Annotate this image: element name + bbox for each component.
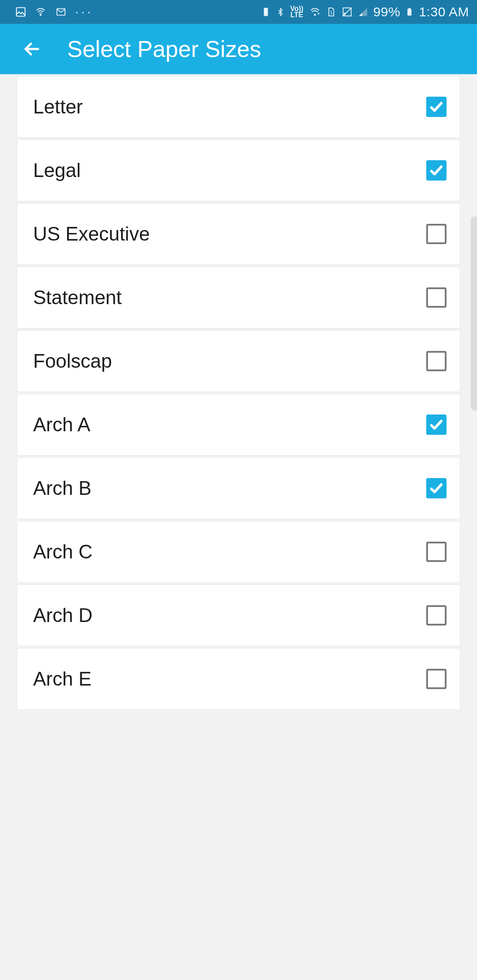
wifi-icon [34,7,47,17]
checkbox[interactable] [426,160,447,181]
checkbox[interactable] [426,605,447,626]
svg-text:1: 1 [330,10,333,15]
check-icon [429,163,444,178]
paper-size-list[interactable]: LetterLegalUS ExecutiveStatementFoolscap… [0,74,477,980]
list-item-label: Legal [33,159,81,181]
list-item[interactable]: Legal [17,139,460,201]
status-right: Vo))LTE 1 99% 1:30 AM [261,4,469,19]
bluetooth-icon [276,6,285,18]
scroll-indicator[interactable] [471,216,477,411]
clock: 1:30 AM [419,4,469,19]
checkbox[interactable] [426,287,447,308]
sim-icon: 1 [326,6,336,18]
list-item[interactable]: Arch B [17,457,460,519]
more-icon: ··· [75,5,93,19]
svg-rect-0 [16,8,25,16]
checkbox[interactable] [426,224,447,244]
list-item[interactable]: Statement [17,267,460,328]
checkbox[interactable] [426,351,447,371]
battery-icon [405,6,413,18]
app-bar: Select Paper Sizes [0,24,477,74]
list-item-label: Arch C [33,541,92,563]
signal-2-icon [358,7,368,17]
list-item[interactable]: US Executive [17,203,460,265]
checkbox[interactable] [426,669,447,689]
svg-rect-6 [344,13,346,15]
list-item-label: Arch B [33,477,91,499]
svg-rect-7 [408,9,412,15]
list-item-label: Arch D [33,604,92,626]
picture-icon [15,6,26,18]
list-item-label: Arch E [33,668,91,690]
list-item[interactable]: Foolscap [17,330,460,392]
list-item[interactable]: Arch A [17,394,460,456]
list-item-label: Arch A [33,414,91,436]
list-item[interactable]: Arch C [17,521,460,583]
status-left: ··· [15,5,93,19]
signal-1-icon [341,7,353,17]
checkbox[interactable] [426,415,447,435]
checkbox[interactable] [426,542,447,562]
list-item-label: Foolscap [33,350,112,372]
list-item-label: Letter [33,96,83,118]
list-item[interactable]: Arch E [17,648,460,710]
svg-point-3 [314,14,316,15]
list-item[interactable]: Letter [17,76,460,138]
gmail-icon [55,7,67,17]
checkbox[interactable] [426,478,447,498]
volte-icon: Vo))LTE [290,6,303,19]
check-icon [429,99,444,114]
check-icon [429,417,444,432]
battery-percentage: 99% [373,4,401,19]
wifi-alert-icon [309,7,321,17]
back-arrow-icon [21,38,42,60]
svg-rect-8 [409,8,411,9]
app-update-icon [261,6,271,18]
page-title: Select Paper Sizes [67,36,261,62]
svg-point-1 [40,14,42,15]
status-bar: ··· Vo))LTE 1 99% [0,0,477,24]
list-item-label: Statement [33,286,122,309]
check-icon [429,481,444,496]
back-button[interactable] [14,31,49,67]
list-item-label: US Executive [33,223,150,245]
checkbox[interactable] [426,97,447,117]
list-item[interactable]: Arch D [17,584,460,646]
